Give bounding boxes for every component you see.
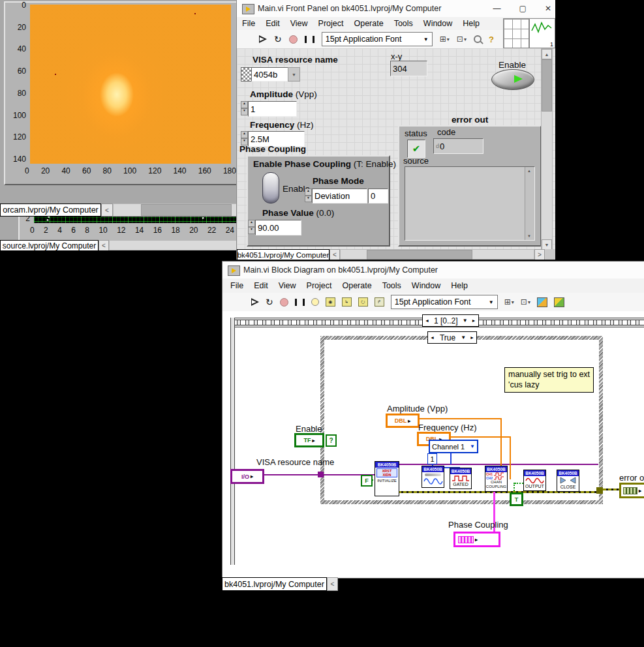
error-out-terminal[interactable]: ▸ bbox=[619, 483, 644, 498]
comment-note[interactable]: manually set trig to ext'cus lazy bbox=[504, 367, 594, 393]
dropdown-icon[interactable]: ▼ bbox=[459, 335, 468, 340]
amplitude-input[interactable]: 1 bbox=[248, 101, 297, 117]
one-constant[interactable]: 1 bbox=[427, 453, 437, 464]
step-over-icon[interactable]: ⭮ bbox=[358, 297, 368, 307]
resize-objects-icon[interactable] bbox=[474, 35, 482, 43]
abort-execution-icon[interactable] bbox=[280, 298, 288, 307]
node-close[interactable]: BK4050B CLOSE bbox=[557, 470, 579, 492]
enable-toggle[interactable] bbox=[491, 69, 534, 90]
sequence-structure-border-left[interactable] bbox=[230, 318, 235, 565]
sequence-next-icon[interactable]: ► bbox=[470, 315, 478, 326]
true-constant[interactable]: T bbox=[510, 492, 523, 506]
project-tab[interactable]: bk4051.lvproj/My Computer bbox=[237, 249, 330, 260]
run-icon[interactable] bbox=[259, 35, 267, 44]
scroll-down-button[interactable]: ▼ bbox=[525, 232, 533, 240]
menu-item-help[interactable]: Help bbox=[463, 19, 480, 28]
maximize-button[interactable]: ▢ bbox=[519, 4, 527, 13]
false-constant[interactable]: F bbox=[361, 475, 373, 487]
pause-icon[interactable] bbox=[295, 299, 305, 306]
tab-scroll-left-button[interactable]: < bbox=[99, 240, 109, 250]
minimize-button[interactable]: — bbox=[493, 4, 501, 13]
amplitude-terminal[interactable]: DBL▸ bbox=[386, 414, 420, 428]
horizontal-scrollbar[interactable] bbox=[109, 240, 236, 250]
node-output[interactable]: BK4050B OUTPUT bbox=[523, 470, 546, 491]
run-continuous-icon[interactable]: ↻ bbox=[266, 297, 273, 307]
vertical-scrollbar[interactable]: ▲ ▼ bbox=[541, 48, 553, 250]
phase-enable-toggle[interactable] bbox=[262, 172, 279, 203]
step-into-icon[interactable]: ↳ bbox=[342, 297, 352, 307]
menu-item-tools[interactable]: Tools bbox=[394, 19, 413, 28]
retain-wire-values-icon[interactable]: ◉ bbox=[326, 297, 335, 307]
menu-item-operate[interactable]: Operate bbox=[342, 281, 371, 290]
tab-scroll-left-button[interactable]: < bbox=[330, 249, 340, 260]
menu-item-help[interactable]: Help bbox=[451, 281, 468, 290]
source-scrollbar[interactable]: ▲ ▼ bbox=[525, 167, 534, 240]
scrollbar-thumb[interactable] bbox=[141, 204, 232, 216]
menu-item-file[interactable]: File bbox=[242, 19, 255, 28]
scroll-down-button[interactable]: ▼ bbox=[542, 239, 552, 250]
project-tab[interactable]: source.lvproj/My Computer bbox=[0, 240, 99, 250]
menu-item-file[interactable]: File bbox=[230, 281, 243, 290]
scroll-up-button[interactable]: ▲ bbox=[525, 167, 533, 175]
case-selector[interactable]: ◄ True ▼ ► bbox=[427, 331, 477, 344]
menu-item-edit[interactable]: Edit bbox=[266, 19, 280, 28]
reorder-icon[interactable] bbox=[554, 297, 564, 307]
node-sine-config[interactable]: BK4050B bbox=[422, 466, 444, 488]
menu-item-project[interactable]: Project bbox=[318, 19, 344, 28]
menu-item-operate[interactable]: Operate bbox=[354, 19, 383, 28]
scrollbar-thumb[interactable] bbox=[542, 59, 552, 112]
highlight-execution-icon[interactable] bbox=[311, 298, 319, 306]
node-gated[interactable]: BK4050B GATED bbox=[450, 468, 472, 489]
font-selector[interactable]: 15pt Application Font▼ bbox=[391, 295, 498, 309]
phase-value-spinner[interactable]: ▲▼ bbox=[248, 220, 255, 234]
visa-combo[interactable]: 4054b ▼ bbox=[241, 67, 299, 82]
case-prev-icon[interactable]: ◄ bbox=[428, 332, 437, 343]
phase-mode-ring[interactable]: Deviation bbox=[312, 188, 367, 203]
enable-terminal[interactable]: TF▸ bbox=[294, 433, 324, 447]
vi-icon[interactable]: 1 bbox=[529, 18, 555, 48]
run-icon[interactable] bbox=[251, 298, 259, 307]
font-selector[interactable]: 15pt Application Font▼ bbox=[322, 32, 433, 46]
menu-item-view[interactable]: View bbox=[279, 281, 296, 290]
menu-item-window[interactable]: Window bbox=[423, 19, 452, 28]
channel-ring-constant[interactable]: Channel 1▼ bbox=[429, 440, 478, 453]
distribute-objects-icon[interactable]: ⊡▾ bbox=[521, 297, 530, 307]
node-chan-coupling[interactable]: BK4050B CH1 CH2 CHAN COUPLING bbox=[485, 466, 508, 492]
phase-value-input[interactable]: 90.00 bbox=[255, 220, 301, 235]
amplitude-spinner[interactable]: ▲▼ bbox=[241, 101, 248, 115]
menu-item-view[interactable]: View bbox=[290, 19, 308, 28]
abort-execution-icon[interactable] bbox=[289, 35, 298, 44]
dropdown-icon[interactable]: ▼ bbox=[461, 318, 470, 324]
tab-scroll-left-button[interactable]: < bbox=[101, 203, 113, 217]
node-initialize[interactable]: BK4050B XRST XIDN INITIALIZE bbox=[375, 461, 399, 496]
source-textbox[interactable]: ▲ ▼ bbox=[405, 166, 535, 241]
menu-item-project[interactable]: Project bbox=[307, 281, 332, 290]
menu-item-window[interactable]: Window bbox=[412, 281, 440, 290]
sequence-selector[interactable]: ◄ 1 [0..2] ▼ ► bbox=[422, 314, 479, 327]
align-objects-icon[interactable]: ⊞▾ bbox=[504, 297, 514, 307]
menu-item-edit[interactable]: Edit bbox=[254, 281, 268, 290]
close-button[interactable]: ✕ bbox=[545, 4, 551, 13]
horizontal-scrollbar[interactable] bbox=[340, 249, 534, 260]
project-tab[interactable]: orcam.lvproj/My Computer bbox=[0, 203, 101, 217]
sequence-prev-icon[interactable]: ◄ bbox=[423, 315, 431, 326]
bd-tab-scroll-left-button[interactable]: < bbox=[327, 577, 338, 591]
phase-mode-num[interactable]: 0 bbox=[368, 188, 388, 203]
thermal-image[interactable] bbox=[30, 5, 231, 164]
visa-dropdown-icon[interactable]: ▼ bbox=[288, 67, 300, 82]
phase-mode-spinner[interactable]: ▲▼ bbox=[305, 188, 312, 202]
frequency-spinner[interactable]: ▲▼ bbox=[241, 131, 248, 145]
titlebar[interactable]: Main.vi Block Diagram on bk4051.lvproj/M… bbox=[222, 262, 644, 279]
tab-scroll-right-button[interactable]: > bbox=[534, 249, 545, 260]
step-out-icon[interactable]: ↱ bbox=[375, 297, 384, 307]
connector-pane-icon[interactable] bbox=[503, 18, 529, 48]
menu-item-tools[interactable]: Tools bbox=[382, 281, 401, 290]
clean-up-diagram-icon[interactable] bbox=[537, 297, 547, 307]
scroll-up-button[interactable]: ▲ bbox=[542, 49, 552, 59]
help-icon[interactable]: ? bbox=[489, 35, 494, 44]
phase-coupling-terminal[interactable]: ▸ bbox=[453, 532, 500, 547]
visa-terminal[interactable]: I/O▸ bbox=[230, 469, 264, 484]
scrollbar-thumb[interactable] bbox=[367, 250, 472, 260]
run-continuous-icon[interactable]: ↻ bbox=[274, 35, 282, 44]
titlebar[interactable]: Main.vi Front Panel on bk4051.lvproj/My … bbox=[237, 0, 555, 18]
